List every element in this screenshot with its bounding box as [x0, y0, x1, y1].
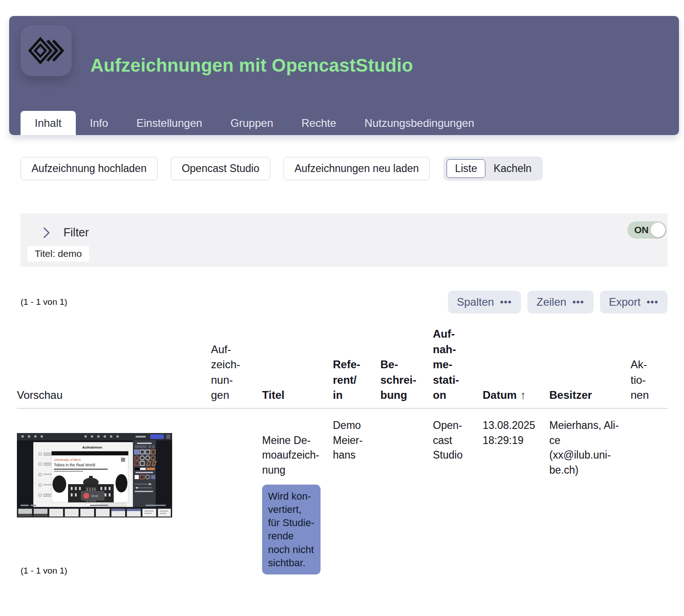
chevron-right-icon	[42, 226, 50, 239]
filter-panel: Filter ON Titel: demo	[21, 214, 668, 267]
tab-gruppen[interactable]: Gruppen	[216, 111, 287, 135]
filter-toggle[interactable]: ON	[627, 221, 667, 239]
ellipsis-icon: •••	[647, 296, 658, 308]
recording-preview-image[interactable]: Aufnahmen University of Bern	[17, 433, 172, 517]
table-row: Aufnahmen University of Bern	[17, 409, 668, 574]
tab-bar: Inhalt Info Einstellungen Gruppen Rechte…	[21, 111, 489, 135]
tab-rechte[interactable]: Rechte	[287, 111, 350, 135]
column-header-vorschau: Vorschau	[17, 387, 211, 403]
reload-recordings-button[interactable]: Aufzeichnungen neu laden	[284, 157, 430, 180]
cell-referent: Demo Meier- hans	[333, 418, 380, 463]
table-actions: Spalten ••• Zeilen ••• Export •••	[448, 291, 668, 313]
cell-aufnahmestation: Open- cast Studio	[433, 418, 483, 463]
cell-titel: Meine De- moaufzeich- nung Wird kon- ver…	[262, 418, 333, 574]
app-header: Aufzeichnungen mit OpencastStudio Inhalt…	[9, 16, 679, 135]
filter-chip-titel: Titel: demo	[27, 246, 89, 261]
table-meta-row: (1 - 1 von 1) Spalten ••• Zeilen ••• Exp…	[21, 291, 668, 313]
svg-text:00:00: 00:00	[91, 495, 99, 497]
result-count-top: (1 - 1 von 1)	[21, 297, 67, 307]
column-header-titel[interactable]: Titel	[262, 387, 333, 403]
view-switcher: Liste Kacheln	[443, 157, 543, 181]
toggle-on-label: ON	[634, 224, 649, 235]
column-header-beschreibung[interactable]: Be- schrei- bung	[380, 357, 433, 403]
result-count-bottom: (1 - 1 von 1)	[21, 566, 67, 576]
opencast-studio-button[interactable]: Opencast Studio	[171, 157, 270, 180]
toolbar: Aufzeichnung hochladen Opencast Studio A…	[21, 157, 543, 181]
table-header-row: Vorschau Auf- zeich- nun- gen Titel Refe…	[17, 319, 668, 409]
opencast-logo-icon	[28, 37, 64, 65]
ellipsis-icon: •••	[572, 296, 584, 308]
svg-text:Aufnahmen: Aufnahmen	[82, 445, 102, 449]
cell-datum: 13.08.2025 18:29:19	[483, 418, 549, 448]
rows-menu-button[interactable]: Zeilen •••	[527, 291, 593, 313]
ellipsis-icon: •••	[500, 296, 512, 308]
column-header-datum[interactable]: Datum↑	[483, 372, 549, 403]
sort-ascending-icon: ↑	[521, 389, 526, 401]
page-title: Aufzeichnungen mit OpencastStudio	[90, 55, 413, 76]
cell-vorschau: Aufnahmen University of Bern	[17, 418, 211, 532]
upload-recording-button[interactable]: Aufzeichnung hochladen	[21, 157, 158, 180]
view-list-button[interactable]: Liste	[447, 159, 485, 178]
export-menu-button[interactable]: Export •••	[600, 291, 668, 313]
column-header-aufzeichnungen: Auf- zeich- nun- gen	[211, 342, 262, 403]
filter-expander[interactable]: Filter	[21, 214, 668, 239]
tab-info[interactable]: Info	[76, 111, 122, 135]
recording-title[interactable]: Meine De- moaufzeich- nung	[262, 434, 319, 476]
svg-text:Tobira in the Real World: Tobira in the Real World	[54, 463, 95, 467]
tab-einstellungen[interactable]: Einstellungen	[122, 111, 216, 135]
recordings-table: Vorschau Auf- zeich- nun- gen Titel Refe…	[17, 319, 668, 574]
column-header-aufnahmestation[interactable]: Auf- nah- me- stati- on	[433, 326, 483, 403]
status-badge: Wird kon- vertiert, für Studie- rende no…	[262, 485, 321, 575]
filter-label: Filter	[63, 226, 89, 239]
columns-menu-button[interactable]: Spalten •••	[448, 291, 521, 313]
cell-besitzer: Meierhans, Ali- ce (xx@ilub.uni- be.ch)	[549, 418, 631, 478]
opencast-logo	[21, 25, 72, 76]
svg-text:University of Bern: University of Bern	[54, 458, 81, 462]
column-header-referent[interactable]: Refe- rent/ in	[333, 357, 380, 403]
tab-nutzungsbedingungen[interactable]: Nutzungsbedingungen	[350, 111, 488, 135]
view-tiles-button[interactable]: Kacheln	[485, 159, 540, 178]
column-header-besitzer[interactable]: Besitzer	[549, 387, 631, 403]
column-header-aktionen: Ak- tio- nen	[631, 357, 668, 403]
toggle-knob-icon	[651, 223, 665, 237]
tab-inhalt[interactable]: Inhalt	[21, 111, 76, 135]
